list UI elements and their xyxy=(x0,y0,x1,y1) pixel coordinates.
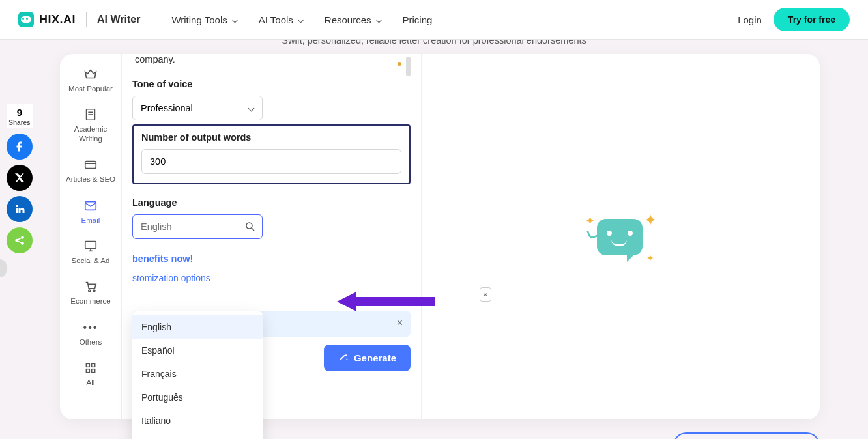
nav-label: Pricing xyxy=(403,14,433,25)
grid-icon xyxy=(83,361,98,375)
share-x[interactable] xyxy=(7,165,33,191)
form-panel: company. Tone of voice Professional Numb… xyxy=(122,54,422,419)
svg-marker-20 xyxy=(337,292,435,311)
lang-option-francais[interactable]: Français xyxy=(132,362,263,386)
svg-point-0 xyxy=(15,239,18,242)
sidebar-item-social[interactable]: Social & Ad xyxy=(60,234,121,272)
sidebar-item-label: Most Popular xyxy=(68,84,113,93)
svg-point-1 xyxy=(21,236,24,239)
nav-ai-tools[interactable]: AI Tools xyxy=(259,14,304,25)
promo-block: benefits now! stomization options xyxy=(132,253,411,283)
nav-label: Resources xyxy=(325,14,371,25)
logo-icon xyxy=(18,12,34,27)
language-input[interactable] xyxy=(132,214,263,239)
sidebar-item-ecommerce[interactable]: Ecommerce xyxy=(60,274,121,312)
crown-icon xyxy=(83,67,98,81)
generate-button[interactable]: Generate xyxy=(324,345,411,371)
scrollbar[interactable] xyxy=(404,54,411,80)
svg-point-18 xyxy=(246,223,252,229)
context-snippet: company. xyxy=(132,54,411,70)
login-link[interactable]: Login xyxy=(738,14,762,25)
share-rail: 9 Shares xyxy=(7,104,33,253)
wand-icon xyxy=(338,353,349,363)
svg-point-2 xyxy=(21,242,24,245)
svg-rect-17 xyxy=(92,369,95,373)
collapse-toggle[interactable]: « xyxy=(480,287,491,302)
decorative-half-circle xyxy=(0,259,7,277)
cta-pill-truncated[interactable] xyxy=(673,432,820,439)
share-count: 9 Shares xyxy=(7,104,33,128)
sidebar-item-label: All xyxy=(87,378,95,387)
lang-option-espanol[interactable]: Español xyxy=(132,339,263,362)
sidebar-item-label: Others xyxy=(80,337,102,347)
sidebar-item-label: Ecommerce xyxy=(70,296,110,305)
nav-resources[interactable]: Resources xyxy=(325,14,382,25)
header-actions: Login Try for free xyxy=(738,8,850,31)
sparkle-icon: ✦ xyxy=(585,214,595,228)
close-icon[interactable]: × xyxy=(397,317,403,329)
svg-point-13 xyxy=(93,290,95,292)
svg-rect-15 xyxy=(92,363,95,367)
chevron-down-icon xyxy=(375,16,382,23)
tone-label: Tone of voice xyxy=(132,79,411,89)
sidebar-item-seo[interactable]: Articles & SEO xyxy=(60,152,121,190)
nav-label: Writing Tools xyxy=(171,14,227,25)
svg-rect-9 xyxy=(85,242,96,249)
card-icon xyxy=(83,158,98,172)
share-icon xyxy=(14,234,25,246)
share-facebook[interactable] xyxy=(7,134,33,160)
sidebar-item-academic[interactable]: Academic Writing xyxy=(60,102,121,150)
share-sharethis[interactable] xyxy=(7,227,33,253)
logo-separator xyxy=(86,12,87,27)
sidebar-item-label: Social & Ad xyxy=(72,256,110,265)
main-nav: Writing Tools AI Tools Resources Pricing xyxy=(171,14,432,25)
x-icon xyxy=(14,172,25,184)
sidebar-item-email[interactable]: Email xyxy=(60,193,121,231)
logo-text: HIX.AI xyxy=(39,13,76,27)
try-free-button[interactable]: Try for free xyxy=(774,8,850,31)
output-words-group: Number of output words xyxy=(132,124,411,184)
nav-pricing[interactable]: Pricing xyxy=(403,14,433,25)
nav-writing-tools[interactable]: Writing Tools xyxy=(171,14,237,25)
sparkle-icon: ✦ xyxy=(644,211,657,229)
chevron-down-icon xyxy=(248,105,254,111)
svg-rect-14 xyxy=(86,363,89,367)
context-snippet-text: company. xyxy=(135,54,175,64)
words-label: Number of output words xyxy=(141,132,401,143)
share-count-label: Shares xyxy=(8,119,30,126)
lang-option-english[interactable]: English xyxy=(132,315,263,339)
logo[interactable]: HIX.AI AI Writer xyxy=(18,12,140,27)
main-card: Most Popular Academic Writing Articles &… xyxy=(60,54,820,419)
svg-rect-6 xyxy=(85,162,96,169)
sidebar-item-others[interactable]: ••• Others xyxy=(60,315,121,353)
share-count-number: 9 xyxy=(8,107,31,118)
promo-subtitle: stomization options xyxy=(132,273,411,283)
sidebar-item-label: Academic Writing xyxy=(63,124,119,143)
words-input[interactable] xyxy=(141,149,401,174)
bot-illustration: ✦ ✦ ✦ xyxy=(585,211,657,263)
facebook-icon xyxy=(14,141,25,152)
lang-option-italiano[interactable]: Italiano xyxy=(132,409,263,432)
dots-icon: ••• xyxy=(83,320,98,335)
lang-option-japanese[interactable]: 日本語 xyxy=(132,432,263,439)
category-sidebar: Most Popular Academic Writing Articles &… xyxy=(60,54,122,419)
ray-icon xyxy=(586,228,598,240)
lang-option-portugues[interactable]: Português xyxy=(132,386,263,409)
bot-body xyxy=(597,219,643,255)
tone-select[interactable]: Professional xyxy=(132,96,263,120)
language-search xyxy=(132,214,263,239)
generate-label: Generate xyxy=(354,352,396,363)
sparkle-icon: ✦ xyxy=(646,253,654,263)
promo-suffix: benefits now! xyxy=(132,253,193,264)
share-linkedin[interactable] xyxy=(7,196,33,222)
mail-icon xyxy=(83,199,98,213)
svg-rect-16 xyxy=(86,369,89,373)
promo-title: benefits now! xyxy=(132,253,411,264)
sidebar-item-most-popular[interactable]: Most Popular xyxy=(60,62,121,100)
sidebar-item-all[interactable]: All xyxy=(60,356,121,393)
sidebar-item-label: Email xyxy=(81,216,100,225)
tone-value: Professional xyxy=(141,103,193,113)
chevron-down-icon xyxy=(297,16,304,23)
language-dropdown: English Español Français Português Itali… xyxy=(132,311,263,439)
app-name: AI Writer xyxy=(97,14,140,25)
